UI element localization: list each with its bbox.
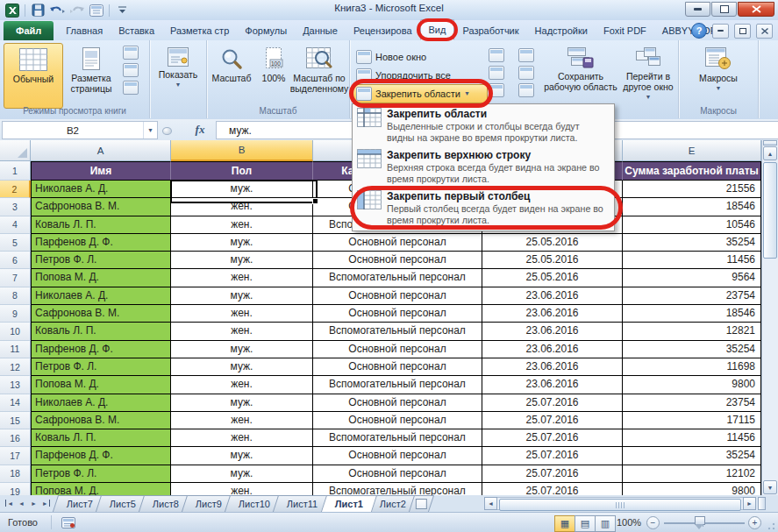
cell-gender[interactable]: муж. bbox=[171, 252, 313, 269]
cell-gender[interactable]: муж. bbox=[171, 358, 313, 376]
cell-category[interactable]: Вспомогательный персонал bbox=[313, 376, 482, 394]
cell-gender[interactable]: муж. bbox=[171, 394, 313, 412]
cell-category[interactable]: Вспомогательный персонал bbox=[313, 269, 482, 287]
cell-salary[interactable]: 18546 bbox=[623, 305, 761, 323]
unhide-window-icon[interactable] bbox=[489, 83, 504, 97]
cell-name[interactable]: Попова М. Д. bbox=[31, 376, 171, 394]
cell-salary[interactable]: 11698 bbox=[623, 358, 761, 376]
cell-name[interactable]: Петров Ф. Л. bbox=[31, 252, 171, 269]
cell-date[interactable]: 23.06.2016 bbox=[482, 358, 623, 376]
save-workspace-button[interactable]: Сохранить рабочую область bbox=[541, 43, 620, 109]
cell-name[interactable]: Коваль Л. П. bbox=[31, 323, 171, 340]
redo-button[interactable] bbox=[68, 3, 85, 18]
cell-category[interactable]: Основной персонал bbox=[313, 341, 482, 358]
cell-date[interactable]: 23.06.2016 bbox=[482, 305, 623, 323]
vertical-split-handle[interactable] bbox=[763, 140, 777, 145]
row-number[interactable]: 9 bbox=[0, 305, 31, 323]
zoom-slider-thumb[interactable] bbox=[695, 516, 705, 525]
reset-window-position-icon[interactable] bbox=[518, 83, 534, 97]
cell-date[interactable]: 25.07.2016 bbox=[482, 394, 623, 412]
tab-developer[interactable]: Разработчик bbox=[454, 21, 526, 40]
cell-category[interactable]: Основной персонал bbox=[313, 358, 482, 376]
header-cell-salary[interactable]: Сумма заработной платы bbox=[623, 161, 761, 181]
view-side-by-side-icon[interactable] bbox=[518, 48, 534, 62]
cell-gender[interactable]: жен. bbox=[171, 269, 313, 287]
cell-salary[interactable]: 9564 bbox=[623, 269, 761, 287]
cell-gender[interactable]: муж. bbox=[171, 234, 313, 252]
cell-date[interactable]: 25.07.2016 bbox=[482, 412, 623, 429]
row-number[interactable]: 2 bbox=[0, 181, 31, 198]
undo-button[interactable] bbox=[49, 3, 66, 18]
cell-date[interactable]: 25.05.2016 bbox=[482, 269, 623, 287]
cell-name[interactable]: Сафронова В. М. bbox=[31, 412, 171, 429]
row-number[interactable]: 1 bbox=[0, 161, 31, 181]
cell-salary[interactable]: 10546 bbox=[623, 216, 761, 234]
cell-name[interactable]: Николаев А. Д. bbox=[31, 181, 171, 198]
cell-gender[interactable]: жен. bbox=[171, 198, 313, 216]
cell-salary[interactable]: 12102 bbox=[623, 465, 761, 483]
row-number[interactable]: 18 bbox=[0, 465, 31, 483]
cell-date[interactable]: 25.07.2016 bbox=[482, 483, 623, 495]
cell-gender[interactable]: жен. bbox=[171, 305, 313, 323]
page-break-preview-icon[interactable] bbox=[123, 46, 139, 60]
cell-salary[interactable]: 35254 bbox=[623, 341, 761, 358]
collapse-ribbon-icon[interactable]: ^ bbox=[669, 24, 686, 39]
row-number[interactable]: 12 bbox=[0, 358, 31, 376]
macro-record-button[interactable] bbox=[60, 516, 77, 529]
custom-views-icon[interactable] bbox=[123, 63, 139, 77]
freeze-panes-button[interactable]: Закрепить области ▼ bbox=[353, 84, 488, 103]
cell-name[interactable]: Коваль Л. П. bbox=[31, 429, 171, 447]
zoom-out-button[interactable]: − bbox=[646, 516, 660, 529]
tab-foxit-pdf[interactable]: Foxit PDF bbox=[596, 21, 654, 40]
help-icon[interactable]: ? bbox=[691, 23, 707, 39]
vertical-scroll-thumb[interactable] bbox=[763, 162, 777, 259]
cell-category[interactable]: Вспомогательный персонал bbox=[313, 483, 482, 495]
horizontal-scrollbar[interactable]: ◄ ► bbox=[484, 497, 756, 510]
cell-date[interactable]: 25.07.2016 bbox=[482, 465, 623, 483]
cell-salary[interactable]: 35254 bbox=[623, 447, 761, 465]
switch-windows-button[interactable]: Перейти в другое окно ▼ bbox=[620, 43, 676, 109]
menu-item-freeze-panes[interactable]: Закрепить области Выделенные строки и ст… bbox=[353, 105, 614, 146]
row-number[interactable]: 5 bbox=[0, 234, 31, 252]
tab-view[interactable]: Вид bbox=[420, 19, 455, 40]
close-button[interactable] bbox=[738, 2, 774, 17]
normal-view-button[interactable]: Обычный bbox=[4, 43, 63, 109]
split-icon[interactable] bbox=[489, 48, 504, 62]
name-box-dropdown-icon[interactable]: ▼ bbox=[143, 122, 157, 138]
cell-name[interactable]: Николаев А. Д. bbox=[31, 287, 171, 305]
scroll-right-button[interactable]: ► bbox=[743, 497, 756, 510]
column-header-e[interactable]: E bbox=[623, 140, 761, 161]
tab-addins[interactable]: Надстройки bbox=[527, 21, 596, 40]
new-window-button[interactable]: Новое окно bbox=[353, 47, 488, 67]
scroll-down-button[interactable]: ▼ bbox=[763, 480, 777, 494]
name-box[interactable]: B2 ▼ bbox=[2, 121, 158, 139]
view-page-break-button[interactable]: ▥ bbox=[595, 515, 616, 532]
cell-salary[interactable]: 11456 bbox=[623, 429, 761, 447]
cell-gender[interactable]: муж. bbox=[171, 287, 313, 305]
sheet-tab-list1-active[interactable]: Лист1 bbox=[321, 495, 377, 512]
macros-button[interactable]: Макросы ▼ bbox=[690, 43, 746, 98]
row-number[interactable]: 11 bbox=[0, 341, 31, 358]
tab-home[interactable]: Главная bbox=[58, 21, 111, 40]
cell-salary[interactable]: 21556 bbox=[623, 181, 761, 198]
cell-salary[interactable]: 9800 bbox=[623, 376, 761, 394]
cell-category[interactable]: Основной персонал bbox=[313, 234, 482, 252]
qat-customize-icon[interactable] bbox=[114, 3, 131, 18]
synchronous-scrolling-icon[interactable] bbox=[518, 66, 534, 80]
window-resize-grip[interactable] bbox=[766, 521, 776, 531]
scroll-left-button[interactable]: ◄ bbox=[484, 497, 497, 510]
row-number[interactable]: 17 bbox=[0, 447, 31, 465]
first-sheet-button[interactable]: ◄ bbox=[4, 497, 15, 509]
select-all-corner[interactable] bbox=[0, 140, 31, 161]
cell-gender[interactable]: жен. bbox=[171, 412, 313, 429]
cell-name[interactable]: Парфенов Д. Ф. bbox=[31, 234, 171, 252]
column-header-a[interactable]: A bbox=[31, 140, 171, 161]
cell-category[interactable]: Основной персонал bbox=[313, 287, 482, 305]
cell-date[interactable]: 25.07.2016 bbox=[482, 447, 623, 465]
scroll-up-button[interactable]: ▲ bbox=[763, 146, 777, 160]
cell-name[interactable]: Николаев А. Д. bbox=[31, 394, 171, 412]
cell-gender[interactable]: муж. bbox=[171, 447, 313, 465]
cell-date[interactable]: 25.05.2016 bbox=[482, 252, 623, 269]
workbook-close-icon[interactable] bbox=[756, 24, 773, 39]
cell-name[interactable]: Парфенов Д. Ф. bbox=[31, 341, 171, 358]
